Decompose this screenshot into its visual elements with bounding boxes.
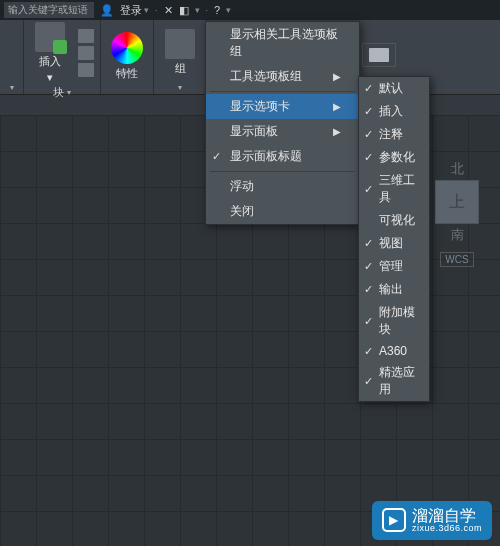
- watermark-url: zixue.3d66.com: [412, 524, 482, 534]
- check-icon: ✓: [364, 283, 373, 296]
- check-icon: ✓: [364, 260, 373, 273]
- submenu-show-tabs: ✓默认 ✓插入 ✓注释 ✓参数化 ✓三维工具 可视化 ✓视图 ✓管理 ✓输出 ✓…: [358, 76, 430, 402]
- login-label: 登录: [120, 3, 142, 18]
- exchange-icon[interactable]: ✕: [164, 4, 173, 17]
- insert-button[interactable]: 插入 ▾: [28, 22, 72, 84]
- tab-toggle-a360[interactable]: ✓A360: [359, 341, 429, 361]
- menu-separator: [210, 171, 355, 172]
- check-icon: ✓: [212, 150, 221, 163]
- tab-toggle-3dtools[interactable]: ✓三维工具: [359, 169, 429, 209]
- properties-button[interactable]: 特性: [105, 32, 149, 81]
- chevron-right-icon: ▶: [333, 126, 341, 137]
- menu-item-palette-group[interactable]: 工具选项板组▶: [206, 64, 359, 89]
- tab-toggle-default[interactable]: ✓默认: [359, 77, 429, 100]
- check-icon: ✓: [364, 183, 373, 196]
- view-cube[interactable]: 北 上 南 WCS: [422, 160, 492, 267]
- wcs-label[interactable]: WCS: [440, 252, 473, 267]
- viewcube-north: 北: [422, 160, 492, 178]
- chevron-down-icon: ▾: [47, 71, 53, 84]
- chevron-down-icon: ▾: [195, 5, 200, 15]
- check-icon: ✓: [364, 375, 373, 388]
- menu-item-show-tabs[interactable]: 显示选项卡▶: [206, 94, 359, 119]
- check-icon: ✓: [364, 345, 373, 358]
- tab-toggle-output[interactable]: ✓输出: [359, 278, 429, 301]
- folder-icon: [369, 48, 389, 62]
- check-icon: ✓: [364, 82, 373, 95]
- insert-label: 插入: [39, 54, 61, 69]
- tab-toggle-insert[interactable]: ✓插入: [359, 100, 429, 123]
- tab-toggle-addin[interactable]: ✓附加模块: [359, 301, 429, 341]
- props-label: 特性: [116, 66, 138, 81]
- play-icon: ▶: [382, 508, 406, 532]
- watermark-badge: ▶ 溜溜自学 zixue.3d66.com: [372, 501, 492, 540]
- separator: ·: [206, 5, 209, 15]
- block-small-buttons: [76, 27, 96, 79]
- signin-icon[interactable]: 👤: [100, 4, 114, 17]
- insert-block-icon: [35, 22, 65, 52]
- menu-item-close[interactable]: 关闭: [206, 199, 359, 224]
- tab-toggle-parametric[interactable]: ✓参数化: [359, 146, 429, 169]
- ribbon-panel-cut: ▾: [0, 20, 24, 94]
- create-block-icon[interactable]: [78, 46, 94, 60]
- group-label: 组: [175, 61, 186, 76]
- chevron-down-icon: ▾: [10, 83, 14, 92]
- search-input[interactable]: 输入关键字或短语: [4, 2, 94, 18]
- group-icon: [165, 29, 195, 59]
- title-bar: 输入关键字或短语 👤 登录 ▾ · ✕ ◧ ▾ · ? ▾: [0, 0, 500, 20]
- tab-toggle-featured[interactable]: ✓精选应用: [359, 361, 429, 401]
- check-icon: ✓: [364, 128, 373, 141]
- folder-button[interactable]: [362, 43, 396, 67]
- panel-title: 块: [53, 85, 64, 100]
- chevron-down-icon: ▾: [178, 83, 182, 92]
- check-icon: ✓: [364, 151, 373, 164]
- check-icon: ✓: [364, 315, 373, 328]
- edit-attr-icon[interactable]: [78, 63, 94, 77]
- tab-toggle-view[interactable]: ✓视图: [359, 232, 429, 255]
- watermark-brand: 溜溜自学: [412, 507, 482, 525]
- separator: ·: [155, 5, 158, 15]
- color-wheel-icon: [111, 32, 143, 64]
- tab-toggle-annotate[interactable]: ✓注释: [359, 123, 429, 146]
- menu-item-related-palette[interactable]: 显示相关工具选项板组: [206, 22, 359, 64]
- ribbon-panel-block: 插入 ▾ 块 ▾: [24, 20, 101, 94]
- app-icon[interactable]: ◧: [179, 4, 189, 17]
- login-button[interactable]: 登录 ▾: [120, 3, 149, 18]
- chevron-down-icon: ▾: [226, 5, 231, 15]
- menu-separator: [210, 91, 355, 92]
- group-button[interactable]: 组: [158, 29, 202, 76]
- menu-item-show-panels[interactable]: 显示面板▶: [206, 119, 359, 144]
- viewcube-south: 南: [422, 226, 492, 244]
- chevron-right-icon: ▶: [333, 101, 341, 112]
- edit-block-icon[interactable]: [78, 29, 94, 43]
- ribbon-panel-group: 组 ▾: [154, 20, 207, 94]
- context-menu-ribbon: 显示相关工具选项板组 工具选项板组▶ 显示选项卡▶ 显示面板▶ ✓显示面板标题 …: [205, 21, 360, 225]
- chevron-down-icon: ▾: [67, 88, 71, 97]
- chevron-down-icon: ▾: [144, 5, 149, 15]
- ribbon-panel-props: 特性: [101, 20, 154, 94]
- check-icon: ✓: [364, 105, 373, 118]
- chevron-right-icon: ▶: [333, 71, 341, 82]
- check-icon: ✓: [364, 237, 373, 250]
- menu-item-float[interactable]: 浮动: [206, 174, 359, 199]
- viewcube-face-top[interactable]: 上: [435, 180, 479, 224]
- help-icon[interactable]: ?: [214, 4, 220, 16]
- menu-item-show-panel-titles[interactable]: ✓显示面板标题: [206, 144, 359, 169]
- tab-toggle-visualize[interactable]: 可视化: [359, 209, 429, 232]
- tab-toggle-manage[interactable]: ✓管理: [359, 255, 429, 278]
